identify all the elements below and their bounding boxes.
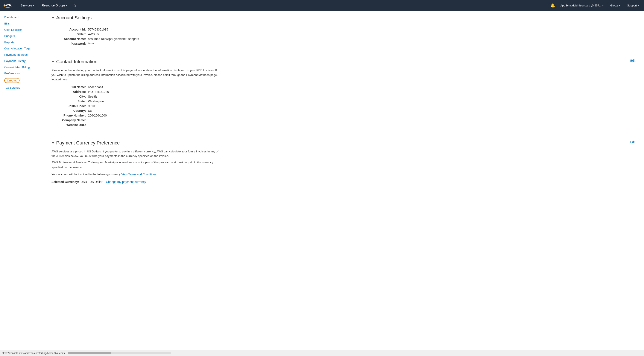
payment-currency-title: ▼ Payment Currency Preference bbox=[52, 140, 120, 146]
account-id-label: Account Id: bbox=[52, 28, 86, 31]
sidebar-item-bills[interactable]: Bills bbox=[0, 21, 43, 27]
payment-methods-here-link[interactable]: here bbox=[62, 78, 68, 81]
full-name-row: Full Name: nader dabit bbox=[52, 85, 636, 89]
contact-info-table: Full Name: nader dabit Address: P.O. Box… bbox=[52, 85, 636, 127]
address-row: Address: P.O. Box 81226 bbox=[52, 90, 636, 94]
contact-info-note-end: . bbox=[68, 78, 68, 81]
company-label: Company Name: bbox=[52, 118, 86, 122]
sidebar-item-reports[interactable]: Reports bbox=[0, 39, 43, 45]
city-row: City: Seattle bbox=[52, 95, 636, 98]
account-id-value: 557458351015 bbox=[88, 28, 108, 31]
services-label: Services bbox=[20, 4, 32, 7]
company-row: Company Name: bbox=[52, 118, 636, 122]
main-content: ▼ Account Settings Account Id: 557458351… bbox=[43, 11, 644, 356]
support-label: Support bbox=[627, 4, 637, 7]
password-label: Password: bbox=[52, 42, 86, 45]
contact-info-heading: Contact Information bbox=[56, 59, 98, 65]
contact-information-section: ▼ Contact Information Edit Please note t… bbox=[52, 59, 636, 133]
account-name-row: Account Name: assumed-role/AppSync/dabit… bbox=[52, 37, 636, 41]
status-bar: https://console.aws.amazon.com/billing/h… bbox=[0, 350, 644, 356]
contact-info-note: Please note that updating your contact i… bbox=[52, 68, 219, 82]
seller-row: Seller: AWS Inc. bbox=[52, 33, 636, 36]
scrollbar-track[interactable] bbox=[68, 352, 171, 354]
account-settings-heading: Account Settings bbox=[56, 15, 92, 21]
seller-value: AWS Inc. bbox=[88, 33, 100, 36]
account-settings-arrow-icon: ▼ bbox=[52, 16, 54, 20]
status-bar-url: https://console.aws.amazon.com/billing/h… bbox=[2, 352, 64, 355]
region-label: Global bbox=[610, 4, 618, 7]
payment-currency-arrow-icon: ▼ bbox=[52, 141, 54, 145]
payment-currency-section: ▼ Payment Currency Preference Edit AWS s… bbox=[52, 140, 636, 189]
payment-currency-header: ▼ Payment Currency Preference Edit bbox=[52, 140, 636, 149]
aws-logo-text: aws bbox=[4, 2, 12, 9]
sidebar-item-payment-history[interactable]: Payment History bbox=[0, 58, 43, 64]
account-name-value: assumed-role/AppSync/dabit-Isengard bbox=[88, 37, 139, 41]
sidebar-item-consolidated-billing[interactable]: Consolidated Billing bbox=[0, 64, 43, 70]
aws-logo[interactable]: aws bbox=[4, 2, 12, 9]
account-name-label: Account Name: bbox=[52, 37, 86, 41]
services-nav[interactable]: Services ▾ bbox=[19, 3, 36, 8]
sidebar-item-cost-allocation-tags[interactable]: Cost Allocation Tags bbox=[0, 45, 43, 52]
account-settings-table: Account Id: 557458351015 Seller: AWS Inc… bbox=[52, 28, 636, 45]
bell-icon[interactable]: 🔔 bbox=[550, 3, 555, 8]
postal-code-label: Postal Code: bbox=[52, 104, 86, 108]
svg-text:aws: aws bbox=[4, 2, 12, 7]
terms-conditions-link[interactable]: View Terms and Conditions bbox=[121, 173, 156, 176]
sidebar-item-credits[interactable]: Credits bbox=[0, 77, 43, 84]
scrollbar-area[interactable] bbox=[68, 352, 642, 354]
password-row: Password: ***** bbox=[52, 42, 636, 45]
phone-row: Phone Number: 206-266-1000 bbox=[52, 114, 636, 117]
currency-note-1: AWS services are priced in US Dollars. I… bbox=[52, 149, 219, 158]
region-menu[interactable]: Global ▾ bbox=[608, 3, 622, 8]
country-row: Country: US bbox=[52, 109, 636, 112]
postal-code-row: Postal Code: 98108 bbox=[52, 104, 636, 108]
phone-value: 206-266-1000 bbox=[88, 114, 107, 117]
scrollbar-thumb[interactable] bbox=[68, 352, 111, 354]
contact-info-edit-link[interactable]: Edit bbox=[630, 59, 636, 62]
currency-note-2: AWS Professional Services, Training and … bbox=[52, 160, 219, 169]
sidebar: Dashboard Bills Cost Explorer Budgets Re… bbox=[0, 11, 43, 356]
sidebar-item-preferences[interactable]: Preferences bbox=[0, 70, 43, 77]
favorites-icon[interactable]: ☆ bbox=[73, 4, 76, 8]
region-chevron-icon: ▾ bbox=[619, 4, 620, 7]
support-chevron-icon: ▾ bbox=[638, 4, 639, 7]
sidebar-item-budgets[interactable]: Budgets bbox=[0, 33, 43, 39]
change-currency-link[interactable]: Change my payment currency bbox=[106, 180, 146, 184]
sidebar-item-tax-settings[interactable]: Tax Settings bbox=[0, 84, 43, 91]
payment-currency-heading: Payment Currency Preference bbox=[56, 140, 120, 146]
contact-info-note-text: Please note that updating your contact i… bbox=[52, 69, 218, 81]
state-value: Washington bbox=[88, 100, 104, 103]
full-name-label: Full Name: bbox=[52, 85, 86, 89]
website-label: Website URL: bbox=[52, 123, 86, 127]
currency-note-1-text: AWS services are priced in US Dollars. I… bbox=[52, 150, 218, 158]
seller-label: Seller: bbox=[52, 33, 86, 36]
full-name-value: nader dabit bbox=[88, 85, 103, 89]
account-id-row: Account Id: 557458351015 bbox=[52, 28, 636, 31]
password-value: ***** bbox=[88, 42, 94, 45]
account-chevron-icon: ▾ bbox=[602, 4, 604, 7]
sidebar-item-cost-explorer[interactable]: Cost Explorer bbox=[0, 27, 43, 33]
contact-info-arrow-icon: ▼ bbox=[52, 60, 54, 63]
account-settings-title: ▼ Account Settings bbox=[52, 15, 636, 21]
invoice-note-row: Your account will be invoiced in the fol… bbox=[52, 172, 219, 177]
state-row: State: Washington bbox=[52, 100, 636, 103]
sidebar-item-payment-methods[interactable]: Payment Methods bbox=[0, 52, 43, 58]
postal-code-value: 98108 bbox=[88, 104, 96, 108]
currency-note-2-text: AWS Professional Services, Training and … bbox=[52, 161, 213, 169]
payment-currency-edit-link[interactable]: Edit bbox=[630, 140, 636, 144]
contact-info-header: ▼ Contact Information Edit bbox=[52, 59, 636, 68]
services-chevron-icon: ▾ bbox=[33, 4, 34, 7]
resource-groups-chevron-icon: ▾ bbox=[66, 4, 67, 7]
sidebar-item-dashboard[interactable]: Dashboard bbox=[0, 14, 43, 21]
account-label: AppSync/dabit-Isengard @ 557... bbox=[560, 4, 602, 7]
account-menu[interactable]: AppSync/dabit-Isengard @ 557... ▾ bbox=[558, 3, 605, 8]
account-settings-divider bbox=[52, 24, 636, 24]
address-label: Address: bbox=[52, 90, 86, 94]
selected-currency-row: Selected Currency: USD - US Dollar Chang… bbox=[52, 180, 636, 184]
contact-info-title: ▼ Contact Information bbox=[52, 59, 98, 65]
support-menu[interactable]: Support ▾ bbox=[625, 3, 640, 8]
main-layout: Dashboard Bills Cost Explorer Budgets Re… bbox=[0, 11, 644, 356]
resource-groups-nav[interactable]: Resource Groups ▾ bbox=[40, 3, 69, 8]
account-settings-section: ▼ Account Settings Account Id: 557458351… bbox=[52, 15, 636, 52]
selected-currency-label: Selected Currency: bbox=[52, 180, 79, 184]
